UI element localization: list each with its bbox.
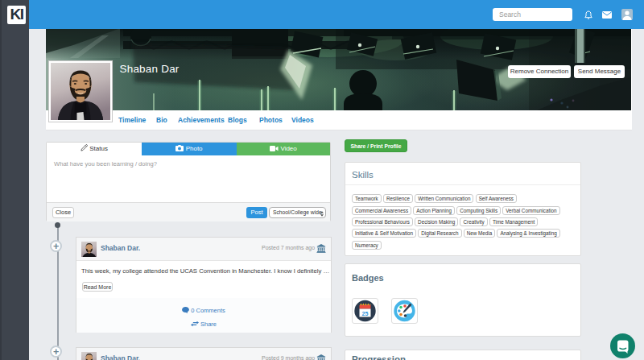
svg-text:25: 25 — [362, 311, 369, 317]
